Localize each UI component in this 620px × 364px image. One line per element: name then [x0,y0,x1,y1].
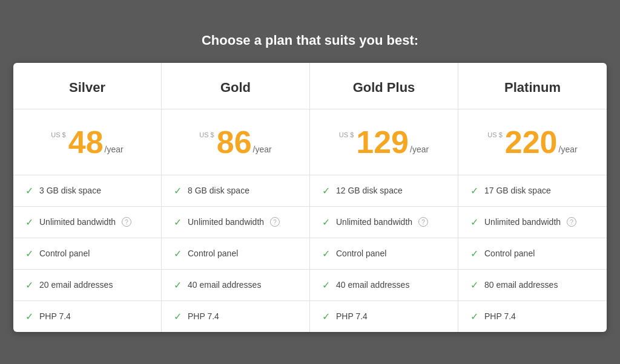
feature-row-4: ✓PHP 7.4✓PHP 7.4✓PHP 7.4✓PHP 7.4 [13,301,607,332]
check-icon: ✓ [322,279,330,291]
check-icon: ✓ [25,279,33,291]
check-icon: ✓ [470,216,478,228]
price-currency-gold: US $ [199,131,214,138]
check-icon: ✓ [174,279,182,291]
feature-text-wrap: 8 GB disk space [188,186,249,195]
feature-text-wrap: 17 GB disk space [484,186,551,195]
feature-label-gold-0: 8 GB disk space [188,186,249,195]
check-icon: ✓ [174,185,182,197]
feature-cell-silver-2: ✓Control panel [13,238,162,269]
price-currency-platinum: US $ [487,131,502,138]
feature-cell-gold-plus-1: ✓Unlimited bandwidth? [310,207,458,238]
page-title: Choose a plan that suits you best: [13,33,607,48]
price-currency-gold-plus: US $ [339,131,354,138]
feature-cell-platinum-3: ✓80 email addresses [458,270,607,301]
price-amount-silver: 48 [68,126,104,158]
check-icon: ✓ [322,311,330,322]
info-icon[interactable]: ? [418,217,428,227]
feature-label-gold-plus-0: 12 GB disk space [336,186,403,195]
pricing-container: Choose a plan that suits you best: Silve… [13,33,607,332]
price-period-platinum: /year [559,145,578,154]
feature-cell-gold-2: ✓Control panel [162,238,310,269]
feature-label-gold-2: Control panel [188,249,238,258]
feature-cell-platinum-2: ✓Control panel [458,238,607,269]
check-icon: ✓ [470,248,478,259]
feature-label-gold-plus-1: Unlimited bandwidth [336,217,412,227]
feature-text-wrap: PHP 7.4 [188,311,219,321]
feature-cell-gold-plus-4: ✓PHP 7.4 [310,301,458,332]
check-icon: ✓ [174,248,182,259]
plan-headers-row: SilverGoldGold PlusPlatinum [13,63,607,109]
feature-label-platinum-2: Control panel [484,249,535,258]
price-cell-gold: US $86/year [162,109,310,175]
check-icon: ✓ [25,311,33,322]
feature-cell-silver-4: ✓PHP 7.4 [13,301,162,332]
feature-label-gold-plus-4: PHP 7.4 [336,311,368,321]
feature-cell-gold-4: ✓PHP 7.4 [162,301,310,332]
feature-text-wrap: 12 GB disk space [336,186,403,195]
feature-label-silver-4: PHP 7.4 [39,311,71,321]
feature-text-wrap: Control panel [484,249,535,258]
feature-row-1: ✓Unlimited bandwidth?✓Unlimited bandwidt… [13,207,607,238]
price-cell-platinum: US $220/year [458,109,607,175]
feature-text-wrap: 40 email addresses [336,280,409,290]
feature-label-gold-3: 40 email addresses [188,280,261,290]
feature-cell-gold-plus-3: ✓40 email addresses [310,270,458,301]
check-icon: ✓ [25,216,33,228]
feature-label-silver-0: 3 GB disk space [39,186,101,195]
feature-row-3: ✓20 email addresses✓40 email addresses✓4… [13,270,607,301]
feature-row-0: ✓3 GB disk space✓8 GB disk space✓12 GB d… [13,175,607,207]
price-period-gold-plus: /year [410,145,429,154]
feature-cell-gold-plus-0: ✓12 GB disk space [310,175,458,206]
pricing-table: SilverGoldGold PlusPlatinum US $48/yearU… [13,63,607,332]
price-amount-platinum: 220 [505,126,558,158]
price-cell-gold-plus: US $129/year [310,109,458,175]
check-icon: ✓ [470,279,478,291]
feature-text-wrap: 3 GB disk space [39,186,101,195]
price-amount-gold: 86 [217,126,252,158]
feature-cell-platinum-4: ✓PHP 7.4 [458,301,607,332]
feature-text-wrap: Control panel [188,249,238,258]
feature-label-silver-2: Control panel [39,249,90,258]
feature-text-wrap: Unlimited bandwidth? [39,217,131,227]
feature-text-wrap: 40 email addresses [188,280,261,290]
info-icon[interactable]: ? [567,217,576,227]
price-period-gold: /year [253,145,272,154]
feature-label-platinum-4: PHP 7.4 [484,311,516,321]
feature-text-wrap: Control panel [336,249,386,258]
info-icon[interactable]: ? [122,217,131,227]
feature-label-silver-3: 20 email addresses [39,280,113,290]
plan-header-silver: Silver [13,63,162,109]
check-icon: ✓ [470,185,478,197]
plan-header-gold-plus: Gold Plus [310,63,458,109]
check-icon: ✓ [322,248,330,259]
feature-label-platinum-0: 17 GB disk space [484,186,551,195]
feature-cell-gold-0: ✓8 GB disk space [162,175,310,206]
feature-text-wrap: Control panel [39,249,90,258]
feature-cell-silver-0: ✓3 GB disk space [13,175,162,206]
feature-label-gold-plus-3: 40 email addresses [336,280,409,290]
plan-header-gold: Gold [162,63,310,109]
feature-label-gold-4: PHP 7.4 [188,311,219,321]
feature-text-wrap: 80 email addresses [484,280,558,290]
feature-label-silver-1: Unlimited bandwidth [39,217,116,227]
feature-text-wrap: PHP 7.4 [336,311,368,321]
feature-cell-platinum-0: ✓17 GB disk space [458,175,607,206]
info-icon[interactable]: ? [270,217,280,227]
price-row: US $48/yearUS $86/yearUS $129/yearUS $22… [13,109,607,175]
feature-cell-gold-1: ✓Unlimited bandwidth? [162,207,310,238]
feature-rows: ✓3 GB disk space✓8 GB disk space✓12 GB d… [13,175,607,332]
feature-label-gold-1: Unlimited bandwidth [188,217,264,227]
feature-text-wrap: 20 email addresses [39,280,113,290]
check-icon: ✓ [174,216,182,228]
price-amount-gold-plus: 129 [356,126,409,158]
feature-cell-silver-1: ✓Unlimited bandwidth? [13,207,162,238]
feature-text-wrap: PHP 7.4 [39,311,71,321]
check-icon: ✓ [25,185,33,197]
check-icon: ✓ [322,185,330,197]
feature-cell-silver-3: ✓20 email addresses [13,270,162,301]
check-icon: ✓ [174,311,182,322]
feature-cell-gold-3: ✓40 email addresses [162,270,310,301]
feature-text-wrap: Unlimited bandwidth? [336,217,428,227]
price-cell-silver: US $48/year [13,109,162,175]
